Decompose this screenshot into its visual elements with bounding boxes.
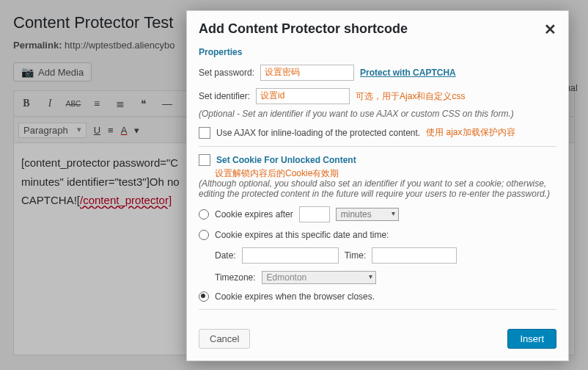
- date-input[interactable]: [242, 247, 339, 264]
- ajax-checkbox[interactable]: [199, 127, 210, 139]
- identifier-side-anno: 可选，用于Ajax和自定义css: [356, 90, 465, 103]
- password-input[interactable]: [260, 65, 354, 81]
- time-input[interactable]: [372, 247, 457, 264]
- expire-date-radio[interactable]: [199, 230, 209, 240]
- identifier-input[interactable]: [256, 88, 350, 104]
- dialog-header: Add Content Protector shortcode ✕: [187, 11, 568, 44]
- insert-button[interactable]: Insert: [507, 329, 556, 349]
- shortcode-dialog: Add Content Protector shortcode ✕ Proper…: [186, 10, 569, 361]
- expire-after-row: Cookie expires after minutes: [199, 206, 556, 222]
- dialog-body: Properties Set password: 设置密码 Protect wi…: [187, 47, 568, 322]
- identifier-row: Set identifier: 设置id 可选，用于Ajax和自定义css: [199, 88, 556, 104]
- dialog-title: Add Content Protector shortcode: [199, 21, 408, 37]
- ajax-row: Use AJAX for inline-loading of the prote…: [199, 126, 556, 139]
- divider-2: [199, 309, 556, 310]
- set-password-label: Set password:: [199, 68, 254, 78]
- expire-after-radio[interactable]: [199, 209, 209, 220]
- expire-browser-radio[interactable]: [199, 291, 209, 302]
- set-identifier-label: Set identifier:: [199, 91, 250, 101]
- protect-with-captcha-link[interactable]: Protect with CAPTCHA: [360, 68, 456, 78]
- dialog-footer: Cancel Insert: [187, 322, 568, 360]
- divider: [199, 146, 556, 147]
- expire-browser-row: Cookie expires when the browser closes.: [199, 291, 556, 302]
- password-row: Set password: 设置密码 Protect with CAPTCHA: [199, 65, 556, 81]
- cookie-section-label: Set Cookie For Unlocked Content: [216, 155, 356, 165]
- identifier-note: (Optional - Set an identifier if you wan…: [199, 109, 556, 119]
- cancel-button[interactable]: Cancel: [199, 329, 250, 349]
- close-icon[interactable]: ✕: [544, 22, 556, 37]
- cookie-enable-checkbox[interactable]: [199, 154, 210, 166]
- cookie-header-row: Set Cookie For Unlocked Content: [199, 154, 556, 166]
- expire-after-unit-select[interactable]: minutes: [336, 208, 399, 221]
- expire-after-label: Cookie expires after: [215, 209, 293, 220]
- cookie-note: (Although optional, you should also set …: [199, 178, 556, 199]
- expire-date-label: Cookie expires at this specific date and…: [215, 230, 389, 240]
- timezone-select[interactable]: Edmonton: [262, 271, 376, 284]
- timezone-row: Timezone: Edmonton: [215, 271, 556, 284]
- date-label: Date:: [215, 250, 236, 261]
- expire-date-row: Cookie expires at this specific date and…: [199, 230, 556, 240]
- expire-after-value[interactable]: [299, 206, 330, 222]
- expire-browser-label: Cookie expires when the browser closes.: [215, 291, 375, 302]
- ajax-label: Use AJAX for inline-loading of the prote…: [216, 128, 420, 138]
- properties-section-label: Properties: [199, 47, 556, 57]
- time-label: Time:: [345, 250, 367, 261]
- date-time-row: Date: Time:: [215, 247, 556, 264]
- timezone-label: Timezone:: [215, 272, 256, 283]
- ajax-anno: 使用 ajax加载保护内容: [426, 126, 515, 139]
